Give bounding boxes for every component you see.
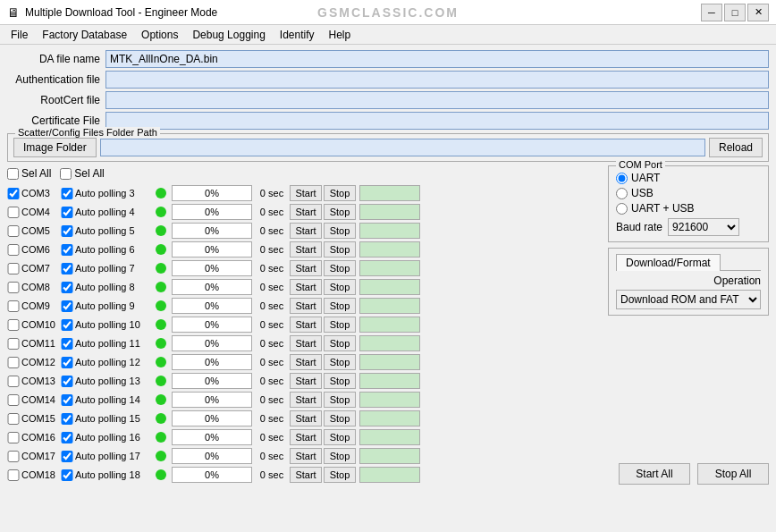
- minimize-button[interactable]: ─: [701, 4, 722, 21]
- com-start-COM12[interactable]: Start: [290, 354, 322, 370]
- com-checkbox-COM17[interactable]: [7, 451, 20, 462]
- com-checkbox-COM13[interactable]: [7, 376, 20, 387]
- com-auto-checkbox-COM15[interactable]: [61, 413, 73, 425]
- com-start-COM7[interactable]: Start: [290, 260, 322, 276]
- com-auto-checkbox-COM6[interactable]: [61, 244, 73, 256]
- com-start-COM4[interactable]: Start: [290, 204, 322, 220]
- close-button[interactable]: ✕: [747, 4, 769, 21]
- usb-radio[interactable]: [616, 188, 628, 199]
- com-start-COM3[interactable]: Start: [290, 185, 322, 201]
- com-stop-COM11[interactable]: Stop: [324, 335, 356, 351]
- com-auto-checkbox-COM17[interactable]: [61, 451, 73, 462]
- com-stop-COM4[interactable]: Stop: [324, 204, 356, 220]
- com-start-COM14[interactable]: Start: [290, 392, 322, 408]
- com-auto-checkbox-COM11[interactable]: [61, 338, 73, 350]
- com-auto-checkbox-COM4[interactable]: [61, 207, 73, 218]
- com-checkbox-COM11[interactable]: [7, 338, 20, 350]
- com-checkbox-COM15[interactable]: [7, 413, 20, 425]
- scatter-path-input[interactable]: [100, 139, 705, 156]
- com-checkbox-COM4[interactable]: [7, 207, 20, 218]
- com-auto-checkbox-COM18[interactable]: [61, 469, 73, 481]
- com-start-COM6[interactable]: Start: [290, 241, 322, 258]
- com-checkbox-COM6[interactable]: [7, 244, 20, 256]
- com-stop-COM7[interactable]: Stop: [324, 260, 356, 276]
- com-auto-checkbox-COM10[interactable]: [61, 319, 73, 331]
- com-checkbox-COM5[interactable]: [7, 225, 20, 237]
- com-label-COM11: COM11: [21, 338, 59, 349]
- com-time-COM10: 0 sec: [256, 319, 288, 330]
- com-start-COM16[interactable]: Start: [290, 429, 322, 445]
- menu-item-file[interactable]: File: [4, 27, 35, 43]
- com-stop-COM5[interactable]: Stop: [324, 223, 356, 239]
- com-start-COM9[interactable]: Start: [290, 298, 322, 314]
- menu-item-debug-logging[interactable]: Debug Logging: [185, 27, 272, 43]
- com-stop-COM6[interactable]: Stop: [324, 241, 356, 258]
- com-stop-COM15[interactable]: Stop: [324, 410, 356, 426]
- com-start-COM10[interactable]: Start: [290, 317, 322, 333]
- menu-item-options[interactable]: Options: [134, 27, 185, 43]
- com-stop-COM8[interactable]: Stop: [324, 279, 356, 295]
- sel-all-label-1[interactable]: Sel All: [7, 167, 51, 180]
- com-stop-COM9[interactable]: Stop: [324, 298, 356, 314]
- com-auto-checkbox-COM3[interactable]: [61, 188, 73, 199]
- sel-all-label-2[interactable]: Sel All: [60, 167, 104, 180]
- com-checkbox-COM7[interactable]: [7, 263, 20, 274]
- da-file-input[interactable]: [105, 50, 769, 68]
- menu-item-factory-database[interactable]: Factory Database: [35, 27, 134, 43]
- com-checkbox-COM9[interactable]: [7, 300, 20, 312]
- com-start-COM13[interactable]: Start: [290, 373, 322, 389]
- com-auto-checkbox-COM8[interactable]: [61, 282, 73, 293]
- com-stop-COM17[interactable]: Stop: [324, 448, 356, 464]
- download-tab[interactable]: Download/Format: [616, 254, 721, 271]
- com-stop-COM10[interactable]: Stop: [324, 317, 356, 333]
- image-folder-button[interactable]: Image Folder: [13, 138, 97, 157]
- table-row: COM17 Auto polling 17 0% 0 sec Start Sto…: [7, 447, 603, 465]
- menu-item-help[interactable]: Help: [322, 27, 358, 43]
- com-auto-checkbox-COM9[interactable]: [61, 300, 73, 312]
- com-auto-checkbox-COM14[interactable]: [61, 394, 73, 406]
- uart-usb-radio-row: UART + USB: [616, 202, 761, 215]
- com-checkbox-COM18[interactable]: [7, 469, 20, 481]
- com-checkbox-COM14[interactable]: [7, 394, 20, 406]
- com-stop-COM13[interactable]: Stop: [324, 373, 356, 389]
- com-auto-checkbox-COM16[interactable]: [61, 432, 73, 443]
- start-all-button[interactable]: Start All: [619, 463, 690, 485]
- com-checkbox-COM16[interactable]: [7, 432, 20, 443]
- com-checkbox-COM8[interactable]: [7, 282, 20, 293]
- stop-all-button[interactable]: Stop All: [697, 463, 769, 485]
- com-checkbox-COM10[interactable]: [7, 319, 20, 331]
- com-start-COM11[interactable]: Start: [290, 335, 322, 351]
- sel-all-checkbox-2[interactable]: [60, 168, 72, 180]
- com-port-group: COM Port UART USB UART + USB Baud rate 9…: [608, 165, 769, 242]
- com-start-COM17[interactable]: Start: [290, 448, 322, 464]
- com-checkbox-COM3[interactable]: [7, 188, 20, 199]
- operation-select[interactable]: Download ROM and FAT Download ROM Format…: [616, 290, 761, 309]
- menu-item-identify[interactable]: Identify: [273, 27, 322, 43]
- com-auto-checkbox-COM7[interactable]: [61, 263, 73, 274]
- reload-button[interactable]: Reload: [709, 138, 763, 157]
- com-start-COM8[interactable]: Start: [290, 279, 322, 295]
- com-stop-COM14[interactable]: Stop: [324, 392, 356, 408]
- cert-file-input[interactable]: [105, 112, 769, 130]
- com-bar-COM11: [359, 335, 420, 351]
- com-auto-label-COM6: Auto polling 6: [75, 244, 154, 255]
- com-checkbox-COM12[interactable]: [7, 357, 20, 368]
- sel-all-checkbox-1[interactable]: [7, 168, 19, 180]
- uart-usb-radio[interactable]: [616, 203, 628, 215]
- com-stop-COM3[interactable]: Stop: [324, 185, 356, 201]
- com-stop-COM12[interactable]: Stop: [324, 354, 356, 370]
- com-auto-checkbox-COM13[interactable]: [61, 376, 73, 387]
- com-stop-COM16[interactable]: Stop: [324, 429, 356, 445]
- com-auto-checkbox-COM5[interactable]: [61, 225, 73, 237]
- com-status-dot-COM14: [156, 394, 166, 405]
- com-start-COM18[interactable]: Start: [290, 467, 322, 483]
- com-stop-COM18[interactable]: Stop: [324, 467, 356, 483]
- auth-file-input[interactable]: [105, 71, 769, 89]
- maximize-button[interactable]: □: [724, 4, 746, 21]
- com-auto-checkbox-COM12[interactable]: [61, 357, 73, 368]
- baud-rate-select[interactable]: 921600 460800 230400 115200: [668, 218, 739, 236]
- com-start-COM5[interactable]: Start: [290, 223, 322, 239]
- root-cert-input[interactable]: [105, 91, 769, 109]
- uart-radio[interactable]: [616, 173, 628, 184]
- com-start-COM15[interactable]: Start: [290, 410, 322, 426]
